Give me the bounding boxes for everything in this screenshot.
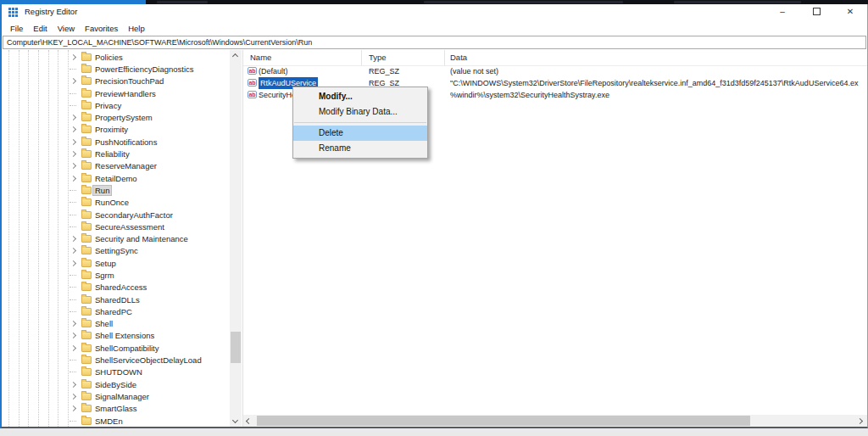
- folder-icon: [81, 77, 92, 85]
- tree-item-secondaryauthfactor[interactable]: SecondaryAuthFactor: [2, 209, 229, 221]
- chevron-right-icon[interactable]: [70, 164, 81, 168]
- tree-item-settingsync[interactable]: SettingSync: [2, 245, 229, 257]
- tree-item-sgrm[interactable]: Sgrm: [2, 269, 229, 281]
- chevron-right-icon[interactable]: [70, 406, 81, 411]
- tree-item-shell[interactable]: Shell: [2, 318, 229, 330]
- chevron-right-icon[interactable]: [70, 55, 81, 59]
- tree-item-shell-extensions[interactable]: Shell Extensions: [2, 330, 229, 342]
- menu-item-file[interactable]: File: [10, 24, 23, 33]
- minimize-button[interactable]: –: [765, 4, 799, 20]
- context-menu-item-modify-binary-data[interactable]: Modify Binary Data...: [293, 104, 427, 120]
- folder-icon: [81, 235, 92, 243]
- scroll-right-arrow-icon[interactable]: [855, 415, 867, 427]
- column-header-name[interactable]: Name: [243, 50, 362, 65]
- tree-vertical-scrollbar[interactable]: [230, 50, 242, 427]
- tree-connector: [70, 372, 81, 372]
- tree-item-shareddlls[interactable]: SharedDLLs: [2, 293, 229, 305]
- tree-item-pushnotifications[interactable]: PushNotifications: [2, 136, 229, 148]
- chevron-right-icon[interactable]: [70, 261, 81, 266]
- tree-item-sharedpc[interactable]: SharedPC: [2, 305, 229, 317]
- folder-icon: [81, 417, 92, 425]
- value-name[interactable]: (Default): [259, 65, 288, 77]
- tree-item-shutdown[interactable]: SHUTDOWN: [2, 366, 229, 378]
- column-header-type[interactable]: Type: [362, 50, 445, 65]
- menu-item-help[interactable]: Help: [128, 24, 145, 33]
- tree-item-shellserviceobjectdelayload[interactable]: ShellServiceObjectDelayLoad: [2, 354, 229, 366]
- vertical-scrollbar-thumb[interactable]: [231, 332, 241, 363]
- scroll-down-arrow-icon[interactable]: [230, 415, 242, 427]
- tree-item-sharedaccess[interactable]: SharedAccess: [2, 282, 229, 293]
- tree-item-label: SecondaryAuthFactor: [95, 210, 173, 220]
- scroll-left-arrow-icon[interactable]: [243, 415, 255, 427]
- tree-item-label: Reliability: [95, 149, 130, 159]
- chevron-right-icon[interactable]: [70, 127, 81, 131]
- tree-item-smartglass[interactable]: SmartGlass: [2, 403, 229, 415]
- window-title: Registry Editor: [25, 7, 77, 16]
- tree-item-retaildemo[interactable]: RetailDemo: [2, 172, 229, 184]
- window-controls: – ✕: [765, 4, 867, 20]
- tree-item-smden[interactable]: SMDEn: [2, 415, 229, 427]
- tree-item-secureassessment[interactable]: SecureAssessment: [2, 221, 229, 232]
- screen: Registry Editor – ✕ FileEditViewFavorite…: [0, 0, 868, 436]
- value-data: (value not set): [450, 65, 866, 77]
- horizontal-scrollbar[interactable]: [243, 415, 867, 427]
- context-menu-item-modify[interactable]: Modify...: [293, 89, 427, 104]
- registry-value-row[interactable]: ab(Default)REG_SZ(value not set): [243, 65, 867, 77]
- menu-item-edit[interactable]: Edit: [33, 24, 47, 33]
- tree-item-proximity[interactable]: Proximity: [2, 124, 229, 136]
- tree-item-label: SecureAssessment: [95, 222, 164, 232]
- scroll-up-arrow-icon[interactable]: [230, 50, 242, 62]
- tree-connector: [70, 202, 81, 203]
- registry-editor-window: Registry Editor – ✕ FileEditViewFavorite…: [0, 4, 868, 428]
- column-header-data[interactable]: Data: [445, 50, 867, 65]
- chevron-right-icon[interactable]: [70, 115, 81, 120]
- folder-icon: [81, 126, 92, 133]
- tree-item-previewhandlers[interactable]: PreviewHandlers: [2, 87, 229, 99]
- tree-item-precisiontouchpad[interactable]: PrecisionTouchPad: [2, 75, 229, 87]
- folder-icon: [81, 90, 92, 98]
- maximize-icon: [813, 8, 821, 15]
- tree-item-reservemanager[interactable]: ReserveManager: [2, 160, 229, 172]
- tree-item-security-and-maintenance[interactable]: Security and Maintenance: [2, 232, 229, 244]
- tree-item-setup[interactable]: Setup: [2, 257, 229, 269]
- folder-icon: [81, 175, 92, 182]
- chevron-right-icon[interactable]: [70, 394, 81, 399]
- tree-item-policies[interactable]: Policies: [2, 51, 229, 63]
- value-type: REG_SZ: [369, 65, 399, 77]
- context-menu-item-delete[interactable]: Delete: [293, 126, 427, 141]
- tree-item-reliability[interactable]: Reliability: [2, 148, 229, 159]
- tree-item-shellcompatibility[interactable]: ShellCompatibility: [2, 342, 229, 354]
- horizontal-scrollbar-thumb[interactable]: [257, 416, 750, 426]
- tree-item-powerefficiencydiagnostics[interactable]: PowerEfficiencyDiagnostics: [2, 63, 229, 75]
- tree-item-run[interactable]: Run: [2, 184, 229, 196]
- tree-connector: [70, 287, 81, 288]
- chevron-right-icon[interactable]: [70, 140, 81, 144]
- tree-item-sidebyside[interactable]: SideBySide: [2, 378, 229, 390]
- chevron-right-icon[interactable]: [70, 249, 81, 253]
- tree-item-label: ReserveManager: [95, 161, 157, 170]
- maximize-button[interactable]: [799, 4, 833, 20]
- chevron-right-icon[interactable]: [70, 333, 81, 338]
- tree-item-label: ShellCompatibility: [95, 344, 159, 353]
- tree-item-propertysystem[interactable]: PropertySystem: [2, 111, 229, 123]
- chevron-right-icon[interactable]: [70, 346, 81, 350]
- menu-item-view[interactable]: View: [58, 24, 75, 33]
- chevron-right-icon[interactable]: [70, 152, 81, 156]
- chevron-right-icon[interactable]: [70, 176, 81, 181]
- menu-item-favorites[interactable]: Favorites: [85, 24, 118, 33]
- chevron-right-icon[interactable]: [70, 321, 81, 326]
- close-button[interactable]: ✕: [833, 4, 867, 20]
- tree-connector: [70, 69, 81, 70]
- folder-icon: [81, 53, 92, 61]
- context-menu-item-rename[interactable]: Rename: [293, 141, 427, 156]
- tree-item-label: RetailDemo: [95, 174, 137, 183]
- chevron-right-icon[interactable]: [70, 79, 81, 83]
- folder-icon: [81, 223, 92, 231]
- chevron-right-icon[interactable]: [70, 237, 81, 241]
- chevron-right-icon[interactable]: [70, 383, 81, 387]
- folder-icon: [81, 283, 92, 291]
- tree-item-runonce[interactable]: RunOnce: [2, 197, 229, 209]
- tree-item-signalmanager[interactable]: SignalManager: [2, 390, 229, 402]
- tree-item-privacy[interactable]: Privacy: [2, 99, 229, 111]
- address-bar-input[interactable]: Computer\HKEY_LOCAL_MACHINE\SOFTWARE\Mic…: [3, 36, 866, 49]
